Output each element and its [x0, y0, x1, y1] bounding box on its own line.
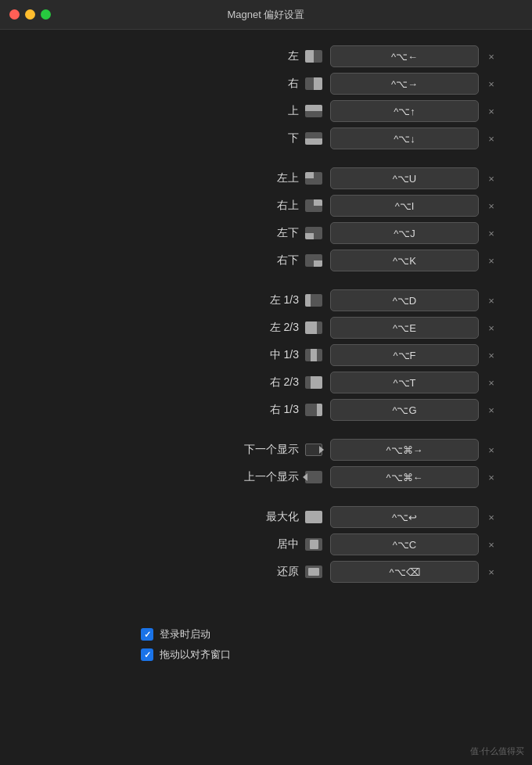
clear-button-bottom-left[interactable]: ×: [482, 224, 501, 242]
shortcut-row-maximize: 最大化^⌥↩×: [31, 506, 501, 528]
shortcut-row-top-right: 右上^⌥I×: [31, 195, 501, 217]
clear-button-left[interactable]: ×: [482, 47, 501, 66]
traffic-lights: [9, 9, 51, 20]
row-icon-right-third: [305, 404, 322, 416]
window-title: Magnet 偏好设置: [228, 8, 305, 22]
clear-button-right-third[interactable]: ×: [482, 400, 501, 419]
row-label-center-third: 中 1/3: [236, 348, 299, 362]
shortcut-row-right: 右^⌥→×: [31, 73, 501, 95]
shortcut-field-bottom-right[interactable]: ^⌥K: [330, 250, 479, 271]
shortcut-field-right-third[interactable]: ^⌥G: [330, 399, 479, 421]
shortcut-field-left[interactable]: ^⌥←: [330, 45, 479, 67]
shortcut-row-bottom: 下^⌥↓×: [31, 128, 501, 149]
shortcut-row-bottom-left: 左下^⌥J×: [31, 222, 501, 244]
row-icon-left-third: [305, 294, 322, 307]
shortcut-field-prev-display[interactable]: ^⌥⌘←: [330, 466, 479, 488]
clear-button-bottom[interactable]: ×: [482, 129, 501, 148]
shortcut-field-top-left[interactable]: ^⌥U: [330, 167, 479, 189]
row-label-right-third: 右 1/3: [236, 403, 299, 417]
close-button[interactable]: [9, 9, 20, 20]
row-label-bottom-right: 右下: [236, 253, 299, 268]
drag-align-row: 拖动以对齐窗口: [141, 648, 532, 662]
row-icon-top: [305, 105, 322, 117]
shortcut-field-left-two-third[interactable]: ^⌥E: [330, 317, 479, 339]
row-label-right-two-third: 右 2/3: [236, 375, 299, 390]
row-label-top: 上: [236, 104, 299, 118]
shortcut-field-next-display[interactable]: ^⌥⌘→: [330, 439, 479, 461]
clear-button-left-third[interactable]: ×: [482, 291, 501, 310]
section-gap: [31, 277, 501, 289]
shortcut-field-bottom-left[interactable]: ^⌥J: [330, 222, 479, 244]
shortcut-field-restore[interactable]: ^⌥⌫: [330, 561, 479, 583]
clear-button-top[interactable]: ×: [482, 102, 501, 120]
clear-button-center-third[interactable]: ×: [482, 346, 501, 365]
row-label-restore: 还原: [236, 565, 299, 579]
row-label-top-left: 左上: [236, 171, 299, 185]
row-icon-bottom-right: [305, 254, 322, 267]
shortcut-row-top: 上^⌥↑×: [31, 100, 501, 122]
shortcut-field-maximize[interactable]: ^⌥↩: [330, 506, 479, 528]
row-icon-bottom-left: [305, 227, 322, 239]
row-label-center: 居中: [236, 537, 299, 551]
shortcut-field-top[interactable]: ^⌥↑: [330, 100, 479, 122]
shortcut-field-top-right[interactable]: ^⌥I: [330, 195, 479, 217]
clear-button-prev-display[interactable]: ×: [482, 468, 501, 487]
row-icon-right: [305, 77, 322, 90]
login-startup-checkbox[interactable]: [141, 628, 153, 641]
clear-button-restore[interactable]: ×: [482, 562, 501, 581]
row-icon-top-right: [305, 199, 322, 212]
row-label-top-right: 右上: [236, 199, 299, 213]
shortcut-row-left: 左^⌥←×: [31, 45, 501, 67]
watermark: 值·什么值得买: [470, 745, 524, 757]
clear-button-top-right[interactable]: ×: [482, 196, 501, 215]
shortcut-field-right[interactable]: ^⌥→: [330, 73, 479, 95]
clear-button-next-display[interactable]: ×: [482, 440, 501, 459]
shortcut-row-center: 居中^⌥C×: [31, 533, 501, 555]
row-icon-center-third: [305, 349, 322, 361]
minimize-button[interactable]: [25, 9, 35, 20]
row-label-maximize: 最大化: [236, 510, 299, 524]
clear-button-maximize[interactable]: ×: [482, 508, 501, 526]
shortcut-row-left-third: 左 1/3^⌥D×: [31, 289, 501, 311]
shortcut-row-center-third: 中 1/3^⌥F×: [31, 344, 501, 366]
shortcut-row-right-two-third: 右 2/3^⌥T×: [31, 372, 501, 393]
login-startup-label: 登录时启动: [160, 627, 210, 641]
shortcut-field-bottom[interactable]: ^⌥↓: [330, 128, 479, 149]
clear-button-right[interactable]: ×: [482, 74, 501, 93]
row-label-right: 右: [236, 77, 299, 91]
row-icon-bottom: [305, 132, 322, 145]
row-icon-maximize: [305, 511, 322, 523]
clear-button-left-two-third[interactable]: ×: [482, 318, 501, 337]
shortcut-field-center[interactable]: ^⌥C: [330, 533, 479, 555]
shortcut-field-right-two-third[interactable]: ^⌥T: [330, 372, 479, 393]
drag-align-checkbox[interactable]: [141, 648, 153, 661]
clear-button-top-left[interactable]: ×: [482, 169, 501, 188]
row-label-bottom: 下: [236, 131, 299, 145]
row-icon-prev-display: [305, 471, 322, 483]
row-label-left-third: 左 1/3: [236, 293, 299, 307]
shortcut-row-next-display: 下一个显示^⌥⌘→×: [31, 439, 501, 461]
shortcut-row-prev-display: 上一个显示^⌥⌘←×: [31, 466, 501, 488]
shortcut-row-restore: 还原^⌥⌫×: [31, 561, 501, 583]
shortcut-field-left-third[interactable]: ^⌥D: [330, 289, 479, 311]
row-icon-center: [305, 538, 322, 551]
row-icon-left: [305, 50, 322, 63]
drag-align-label: 拖动以对齐窗口: [160, 648, 231, 662]
section-gap: [31, 494, 501, 506]
shortcut-row-top-left: 左上^⌥U×: [31, 167, 501, 189]
clear-button-right-two-third[interactable]: ×: [482, 373, 501, 392]
section-gap: [31, 426, 501, 439]
titlebar: Magnet 偏好设置: [0, 0, 532, 30]
row-icon-right-two-third: [305, 376, 322, 389]
row-label-bottom-left: 左下: [236, 226, 299, 240]
section-gap: [31, 155, 501, 167]
row-label-prev-display: 上一个显示: [236, 470, 299, 484]
clear-button-center[interactable]: ×: [482, 535, 501, 554]
row-icon-next-display: [305, 444, 322, 456]
main-content: 左^⌥←×右^⌥→×上^⌥↑×下^⌥↓×左上^⌥U×右上^⌥I×左下^⌥J×右下…: [0, 30, 532, 612]
shortcut-field-center-third[interactable]: ^⌥F: [330, 344, 479, 366]
row-label-next-display: 下一个显示: [236, 443, 299, 457]
clear-button-bottom-right[interactable]: ×: [482, 251, 501, 270]
row-icon-top-left: [305, 172, 322, 185]
maximize-button[interactable]: [41, 9, 51, 20]
